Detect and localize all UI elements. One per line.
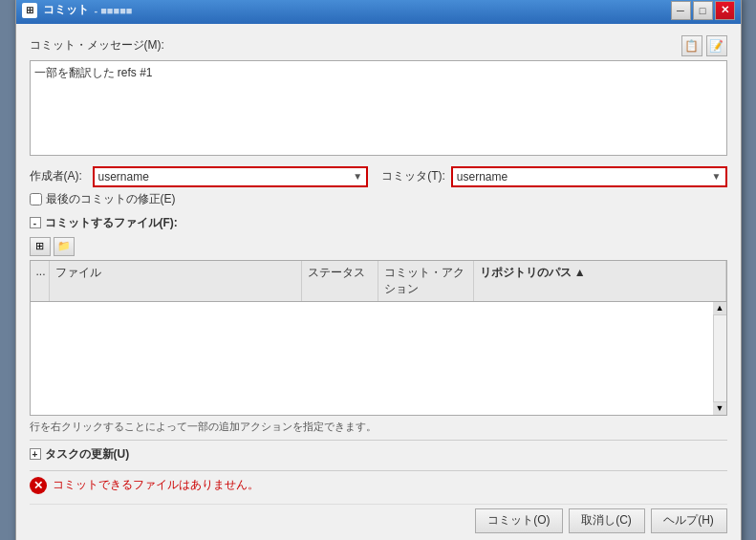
help-button[interactable]: ヘルプ(H) — [651, 508, 727, 533]
message-section-label: コミット・メッセージ(M): — [30, 37, 678, 54]
commit-button[interactable]: コミット(O) — [475, 508, 562, 533]
committer-dropdown-arrow: ▼ — [712, 171, 722, 182]
cancel-button[interactable]: 取消し(C) — [569, 508, 645, 533]
th-dot: ... — [31, 261, 50, 301]
commit-message-input[interactable]: 一部を翻訳した refs #1 — [30, 60, 727, 156]
table-scrollbar: ▲ ▼ — [713, 302, 726, 415]
message-toolbar: コミット・メッセージ(M): 📋 📝 — [30, 35, 727, 56]
app-icon: ⊞ — [22, 3, 37, 18]
scroll-up-btn[interactable]: ▲ — [713, 302, 726, 315]
message-icon1[interactable]: 📋 — [681, 35, 702, 56]
error-icon: ✕ — [30, 477, 47, 494]
files-section-header[interactable]: - コミットするファイル(F): — [30, 215, 727, 231]
files-section-label: コミットするファイル(F): — [45, 215, 178, 231]
title-bar: ⊞ コミット - ■■■■■ ─ □ ✕ — [16, 0, 741, 24]
tasks-section-label: タスクの更新(U) — [45, 446, 130, 463]
th-status: ステータス — [302, 261, 378, 301]
author-dropdown[interactable]: username ▼ — [93, 166, 369, 187]
th-file: ファイル — [50, 261, 302, 301]
commit-dialog: ⊞ コミット - ■■■■■ ─ □ ✕ コミット・メッセージ(M): 📋 📝 … — [15, 0, 742, 540]
window-subtitle: - ■■■■■ — [95, 5, 133, 16]
hint-text: 行を右クリックすることによって一部の追加アクションを指定できます。 — [30, 420, 727, 434]
author-label: 作成者(A): — [30, 168, 87, 184]
files-collapse-icon: - — [30, 217, 41, 228]
window-title: コミット — [43, 2, 89, 18]
scroll-down-btn[interactable]: ▼ — [713, 401, 726, 415]
th-action: コミット・アクション — [378, 261, 474, 301]
amend-checkbox[interactable] — [30, 193, 42, 205]
dialog-content: コミット・メッセージ(M): 📋 📝 一部を翻訳した refs #1 作成者(A… — [16, 24, 741, 541]
file-toolbar-btn2[interactable]: 📁 — [54, 237, 75, 256]
maximize-button[interactable]: □ — [693, 1, 713, 20]
file-table-header: ... ファイル ステータス コミット・アクション リポジトリのパス ▲ — [30, 260, 727, 301]
file-toolbar-btn1[interactable]: ⊞ — [30, 237, 51, 256]
minimize-button[interactable]: ─ — [671, 1, 691, 20]
dialog-buttons: コミット(O) 取消し(C) ヘルプ(H) — [30, 504, 727, 533]
file-toolbar: ⊞ 📁 — [30, 237, 727, 256]
message-icon2[interactable]: 📝 — [706, 35, 727, 56]
close-button[interactable]: ✕ — [715, 1, 735, 20]
author-value: username — [98, 170, 149, 184]
divider1 — [30, 440, 727, 441]
tasks-section-header[interactable]: + タスクの更新(U) — [30, 446, 727, 463]
error-message: コミットできるファイルはありません。 — [53, 477, 259, 493]
th-path: リポジトリのパス ▲ — [474, 261, 726, 301]
file-table-body: ▲ ▼ — [30, 301, 727, 416]
tasks-expand-icon: + — [30, 448, 41, 460]
committer-label: コミッタ(T): — [381, 168, 445, 184]
committer-dropdown[interactable]: username ▼ — [451, 166, 727, 187]
committer-value: username — [457, 170, 508, 184]
title-bar-text: ⊞ コミット - ■■■■■ — [22, 2, 133, 18]
error-row: ✕ コミットできるファイルはありません。 — [30, 477, 727, 494]
title-controls: ─ □ ✕ — [671, 1, 735, 20]
divider2 — [30, 470, 727, 471]
amend-label[interactable]: 最後のコミットの修正(E) — [46, 191, 176, 207]
author-committer-row: 作成者(A): username ▼ コミッタ(T): username ▼ — [30, 166, 727, 187]
amend-row: 最後のコミットの修正(E) — [30, 191, 727, 207]
author-dropdown-arrow: ▼ — [353, 171, 362, 182]
